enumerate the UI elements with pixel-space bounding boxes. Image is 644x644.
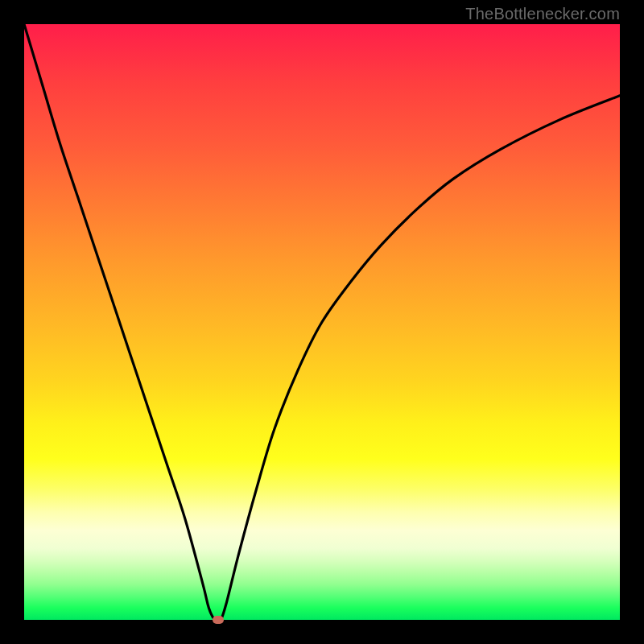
attribution-label: TheBottlenecker.com — [465, 5, 620, 23]
chart-frame: TheBottlenecker.com — [0, 0, 644, 644]
curve-path — [24, 24, 620, 621]
plot-area — [24, 24, 620, 620]
minimum-marker — [213, 616, 224, 624]
bottleneck-curve — [24, 24, 620, 620]
